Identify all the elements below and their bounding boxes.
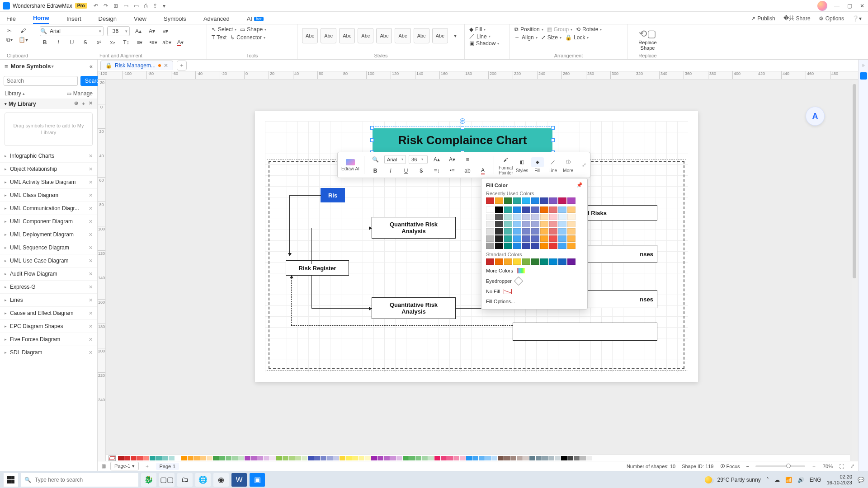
color-swatch[interactable] bbox=[486, 206, 494, 213]
category-close[interactable]: ✕ bbox=[89, 271, 93, 277]
category-close[interactable]: ✕ bbox=[89, 179, 93, 185]
connector[interactable] bbox=[456, 228, 483, 228]
color-swatch[interactable] bbox=[558, 214, 566, 220]
strip-swatch[interactable] bbox=[504, 456, 510, 460]
strip-swatch[interactable] bbox=[352, 456, 358, 460]
category-item[interactable]: ▸UML Deployment Diagram✕ bbox=[0, 228, 97, 241]
tab-home[interactable]: Home bbox=[33, 14, 49, 24]
font-name-select[interactable]: 🔍Arial▾ bbox=[40, 26, 104, 36]
strip-swatch[interactable] bbox=[466, 456, 472, 460]
format-painter-button[interactable]: 🖌 bbox=[18, 26, 28, 35]
mini-align[interactable]: ≡ bbox=[461, 155, 474, 164]
color-swatch[interactable] bbox=[567, 221, 576, 227]
mini-bold[interactable]: B bbox=[369, 166, 382, 176]
resize-handle[interactable] bbox=[551, 138, 555, 142]
strip-swatch[interactable] bbox=[289, 456, 295, 460]
strip-swatch[interactable] bbox=[542, 456, 548, 460]
connector-dashed[interactable] bbox=[291, 276, 292, 325]
color-swatch[interactable] bbox=[558, 243, 566, 249]
zoom-out[interactable]: − bbox=[746, 464, 749, 469]
category-item[interactable]: ▸Express-G✕ bbox=[0, 281, 97, 294]
color-swatch[interactable] bbox=[513, 214, 521, 220]
color-swatch[interactable] bbox=[549, 214, 557, 220]
add-page-button[interactable]: ＋ bbox=[143, 463, 151, 469]
strip-swatch[interactable] bbox=[574, 456, 580, 460]
color-swatch[interactable] bbox=[495, 258, 503, 265]
line-spacing-button[interactable]: ≡▾ bbox=[135, 38, 145, 47]
category-close[interactable]: ✕ bbox=[89, 258, 93, 264]
page-select[interactable]: Page-1 ▾ bbox=[110, 462, 139, 470]
color-swatch[interactable] bbox=[513, 206, 521, 213]
mini-highlight[interactable]: ab bbox=[461, 166, 474, 176]
right-panel-icon[interactable] bbox=[860, 72, 867, 80]
strip-swatch[interactable] bbox=[245, 456, 250, 460]
color-swatch[interactable] bbox=[567, 258, 576, 265]
assistant-badge[interactable]: A bbox=[806, 107, 825, 126]
strip-swatch[interactable] bbox=[561, 456, 567, 460]
category-item[interactable]: ▸Object Relationship✕ bbox=[0, 163, 97, 176]
connector[interactable] bbox=[311, 228, 352, 228]
mini-font-select[interactable]: Arial▾ bbox=[384, 155, 406, 164]
style-gallery-more[interactable]: ▾ bbox=[451, 31, 460, 40]
bullets-button[interactable]: •≡▾ bbox=[148, 38, 158, 47]
style-gallery[interactable]: Abc Abc Abc Abc Abc Abc Abc Abc ▾ bbox=[302, 26, 460, 43]
color-swatch[interactable] bbox=[540, 228, 548, 235]
window-close-button[interactable]: ✕ bbox=[859, 3, 865, 9]
undo-button[interactable]: ↶ bbox=[94, 3, 98, 9]
category-item[interactable]: ▸EPC Diagram Shapes✕ bbox=[0, 320, 97, 333]
color-swatch[interactable] bbox=[486, 228, 494, 235]
color-swatch[interactable] bbox=[486, 243, 494, 249]
color-swatch[interactable] bbox=[495, 206, 503, 213]
connector[interactable] bbox=[456, 308, 483, 309]
strip-swatch[interactable] bbox=[188, 456, 193, 460]
mini-dec-font[interactable]: A▾ bbox=[446, 155, 458, 164]
strip-swatch[interactable] bbox=[118, 456, 124, 460]
mylib-plus[interactable]: ＋ bbox=[81, 100, 86, 107]
eyedropper-link[interactable]: Eyedropper bbox=[486, 276, 583, 286]
strip-swatch[interactable] bbox=[453, 456, 459, 460]
strip-swatch[interactable] bbox=[219, 456, 225, 460]
color-swatch[interactable] bbox=[504, 228, 512, 235]
category-item[interactable]: ▸Infographic Charts✕ bbox=[0, 150, 97, 163]
window-minimize-button[interactable]: — bbox=[834, 3, 840, 9]
color-swatch[interactable] bbox=[522, 235, 530, 242]
strip-swatch[interactable] bbox=[529, 456, 535, 460]
shape-tool[interactable]: ▭ Shape▾ bbox=[240, 26, 266, 33]
start-button[interactable] bbox=[4, 473, 18, 487]
color-swatch[interactable] bbox=[531, 197, 539, 204]
symbol-search-input[interactable] bbox=[4, 76, 78, 86]
category-close[interactable]: ✕ bbox=[89, 337, 93, 343]
color-swatch[interactable] bbox=[567, 214, 576, 220]
window-maximize-button[interactable]: ▢ bbox=[846, 3, 853, 9]
strip-swatch[interactable] bbox=[390, 456, 396, 460]
strip-swatch[interactable] bbox=[491, 456, 497, 460]
color-swatch[interactable] bbox=[540, 221, 548, 227]
connector[interactable] bbox=[289, 195, 290, 202]
font-color-button[interactable]: A▾ bbox=[175, 38, 185, 47]
size-dropdown[interactable]: ⤢ Size▾ bbox=[541, 34, 561, 41]
strip-swatch[interactable] bbox=[403, 456, 409, 460]
strip-swatch[interactable] bbox=[377, 456, 383, 460]
qat-print-button[interactable]: ⎙ bbox=[144, 3, 147, 9]
style-card[interactable]: Abc bbox=[358, 28, 373, 43]
lock-dropdown[interactable]: 🔒 Lock▾ bbox=[565, 34, 589, 41]
mini-strike[interactable]: S̶ bbox=[415, 166, 428, 176]
color-swatch[interactable] bbox=[549, 243, 557, 249]
category-close[interactable]: ✕ bbox=[89, 232, 93, 238]
tray-chevron[interactable]: ˄ bbox=[766, 477, 769, 483]
color-swatch[interactable] bbox=[504, 197, 512, 204]
strip-swatch[interactable] bbox=[213, 456, 219, 460]
title-shape[interactable]: Risk Complaince Chart ⟳ bbox=[373, 128, 552, 152]
category-close[interactable]: ✕ bbox=[89, 245, 93, 251]
nofill-link[interactable]: No Fill bbox=[486, 286, 583, 296]
category-item[interactable]: ▸UML Component Diagram✕ bbox=[0, 215, 97, 228]
category-item[interactable]: ▸UML Communication Diagr...✕ bbox=[0, 202, 97, 215]
style-card[interactable]: Abc bbox=[395, 28, 410, 43]
mini-size-select[interactable]: 36▾ bbox=[409, 155, 428, 164]
strip-swatch[interactable] bbox=[270, 456, 276, 460]
color-swatch[interactable] bbox=[567, 228, 576, 235]
cut-button[interactable]: ✂ bbox=[5, 26, 14, 35]
add-document-tab[interactable]: ＋ bbox=[177, 61, 187, 70]
strip-swatch[interactable] bbox=[548, 456, 554, 460]
strip-swatch[interactable] bbox=[555, 456, 561, 460]
